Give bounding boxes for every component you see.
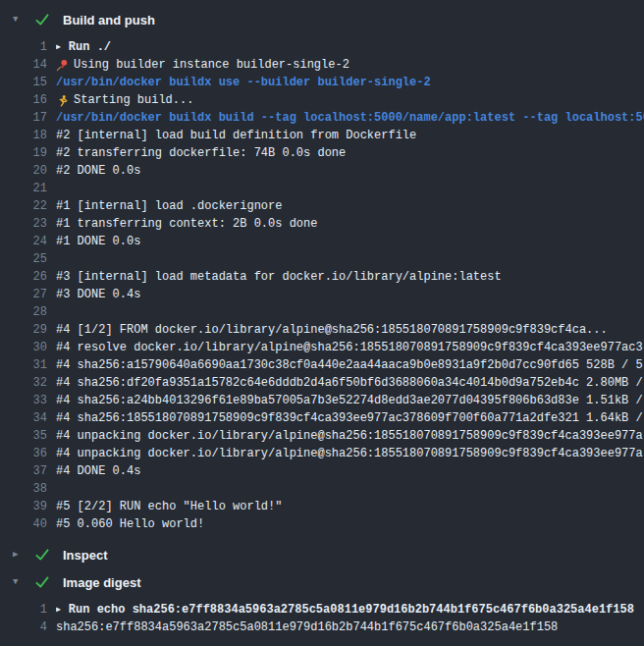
log-line: 34#4 sha256:185518070891758909c9f839cf4c… xyxy=(0,409,644,427)
section-log-lines: 1▶Run echo sha256:e7ff8834a5963a2785c5a0… xyxy=(0,601,644,636)
log-line: 4sha256:e7ff8834a5963a2785c5a0811e979d16… xyxy=(0,619,644,636)
check-icon xyxy=(35,549,51,561)
line-number[interactable]: 40 xyxy=(0,517,47,531)
log-line: 1▶Run echo sha256:e7ff8834a5963a2785c5a0… xyxy=(0,601,644,619)
line-content: #1 DONE 0.0s xyxy=(56,235,140,248)
log-line: 29#4 [1/2] FROM docker.io/library/alpine… xyxy=(0,321,644,339)
line-text: /usr/bin/docker buildx build --tag local… xyxy=(56,111,644,125)
log-line: 32#4 sha256:df20fa9351a15782c64e6dddb2d4… xyxy=(0,374,644,392)
line-content: Run echo sha256:e7ff8834a5963a2785c5a081… xyxy=(69,603,634,617)
line-number[interactable]: 34 xyxy=(0,411,47,425)
line-content: #3 [internal] load metadata for docker.i… xyxy=(56,270,502,284)
line-number[interactable]: 32 xyxy=(0,376,47,390)
line-number[interactable]: 20 xyxy=(0,164,47,178)
line-text: #1 [internal] load .dockerignore xyxy=(56,199,644,213)
section-image-digest: ▼Image digest1▶Run echo sha256:e7ff8834a… xyxy=(0,568,644,636)
line-number[interactable]: 4 xyxy=(0,620,47,634)
log-line: 19#2 transferring dockerfile: 74B 0.0s d… xyxy=(0,144,644,162)
log-line: 22#1 [internal] load .dockerignore xyxy=(0,197,644,215)
line-content: #4 unpacking docker.io/library/alpine@sh… xyxy=(56,447,643,460)
log-viewer: ▼Build and push1▶Run ./14Using builder i… xyxy=(0,0,644,636)
check-icon xyxy=(35,576,51,588)
line-content: sha256:e7ff8834a5963a2785c5a0811e979d16b… xyxy=(56,620,558,634)
line-content: #2 DONE 0.0s xyxy=(56,164,140,178)
line-number[interactable]: 25 xyxy=(0,252,47,266)
line-number[interactable]: 36 xyxy=(0,447,47,460)
line-text: Using builder instance builder-single-2 xyxy=(56,58,644,72)
play-icon[interactable]: ▶ xyxy=(56,43,61,51)
line-number[interactable]: 1 xyxy=(0,603,47,617)
chevron-down-icon[interactable]: ▼ xyxy=(13,16,27,25)
line-text: ▶Run echo sha256:e7ff8834a5963a2785c5a08… xyxy=(56,603,644,617)
line-number[interactable]: 21 xyxy=(0,182,47,195)
play-icon[interactable]: ▶ xyxy=(56,606,61,614)
line-content: /usr/bin/docker buildx use --builder bui… xyxy=(56,76,431,89)
line-number[interactable]: 31 xyxy=(0,358,47,372)
section-title: Inspect xyxy=(63,548,108,563)
line-number[interactable]: 30 xyxy=(0,341,47,354)
chevron-down-icon[interactable]: ▼ xyxy=(13,578,27,587)
line-number[interactable]: 27 xyxy=(0,288,47,301)
line-content: #4 sha256:185518070891758909c9f839cf4ca3… xyxy=(56,411,643,425)
log-line: 38 xyxy=(0,480,644,498)
line-number[interactable]: 1 xyxy=(0,40,47,54)
log-line: 26#3 [internal] load metadata for docker… xyxy=(0,268,644,286)
section-log-lines: 1▶Run ./14Using builder instance builder… xyxy=(0,38,644,533)
line-number[interactable]: 35 xyxy=(0,429,47,443)
line-number[interactable]: 23 xyxy=(0,217,47,231)
line-text: #4 sha256:df20fa9351a15782c64e6dddb2d4a6… xyxy=(56,376,644,390)
log-line: 17/usr/bin/docker buildx build --tag loc… xyxy=(0,109,644,127)
log-line: 18#2 [internal] load build definition fr… xyxy=(0,127,644,144)
line-number[interactable]: 39 xyxy=(0,500,47,513)
line-number[interactable]: 19 xyxy=(0,146,47,160)
line-text: /usr/bin/docker buildx use --builder bui… xyxy=(56,76,644,89)
line-number[interactable]: 29 xyxy=(0,323,47,337)
line-number[interactable]: 33 xyxy=(0,394,47,407)
log-line: 21 xyxy=(0,180,644,197)
line-number[interactable]: 22 xyxy=(0,199,47,213)
log-line: 30#4 resolve docker.io/library/alpine@sh… xyxy=(0,339,644,356)
section-header-image-digest[interactable]: ▼Image digest xyxy=(0,568,644,596)
check-icon xyxy=(35,14,51,26)
line-text: #1 transferring context: 2B 0.0s done xyxy=(56,217,644,231)
line-content: #4 [1/2] FROM docker.io/library/alpine@s… xyxy=(56,323,608,337)
log-line: 16Starting build... xyxy=(0,91,644,109)
line-number[interactable]: 15 xyxy=(0,76,47,89)
line-text: #2 [internal] load build definition from… xyxy=(56,129,644,142)
section-header-inspect[interactable]: ▶Inspect xyxy=(0,541,644,568)
line-number[interactable]: 14 xyxy=(0,58,47,72)
line-number[interactable]: 18 xyxy=(0,129,47,142)
line-text: #4 unpacking docker.io/library/alpine@sh… xyxy=(56,447,644,460)
log-line: 37#4 DONE 0.4s xyxy=(0,462,644,480)
log-line: 23#1 transferring context: 2B 0.0s done xyxy=(0,215,644,233)
section-title: Build and push xyxy=(63,13,155,27)
line-number[interactable]: 26 xyxy=(0,270,47,284)
line-content: #5 [2/2] RUN echo "Hello world!" xyxy=(56,500,282,513)
log-line: 33#4 sha256:a24bb4013296f61e89ba57005a7b… xyxy=(0,392,644,409)
log-line: 35#4 unpacking docker.io/library/alpine@… xyxy=(0,427,644,445)
log-line: 40#5 0.060 Hello world! xyxy=(0,515,644,533)
log-line: 25 xyxy=(0,250,644,268)
line-content: Run ./ xyxy=(69,40,111,54)
line-number[interactable]: 37 xyxy=(0,464,47,478)
line-content: #5 0.060 Hello world! xyxy=(56,517,204,531)
line-number[interactable]: 28 xyxy=(0,305,47,319)
chevron-right-icon[interactable]: ▶ xyxy=(13,551,27,560)
line-number[interactable]: 16 xyxy=(0,93,47,107)
line-text: #4 [1/2] FROM docker.io/library/alpine@s… xyxy=(56,323,644,337)
section-header-build-and-push[interactable]: ▼Build and push xyxy=(0,6,644,33)
line-number[interactable]: 17 xyxy=(0,111,47,125)
line-text: #4 sha256:a24bb4013296f61e89ba57005a7b3e… xyxy=(56,394,644,407)
log-line: 14Using builder instance builder-single-… xyxy=(0,56,644,74)
line-content: #4 sha256:a24bb4013296f61e89ba57005a7b3e… xyxy=(56,394,643,407)
section-title: Image digest xyxy=(63,575,140,590)
line-text: #5 0.060 Hello world! xyxy=(56,517,644,531)
line-number[interactable]: 24 xyxy=(0,235,47,248)
line-content: #2 transferring dockerfile: 74B 0.0s don… xyxy=(56,146,346,160)
log-line: 27#3 DONE 0.4s xyxy=(0,286,644,303)
line-content: #2 [internal] load build definition from… xyxy=(56,129,416,142)
line-number[interactable]: 38 xyxy=(0,482,47,496)
line-content: Starting build... xyxy=(74,93,193,107)
line-text: sha256:e7ff8834a5963a2785c5a0811e979d16b… xyxy=(56,620,644,634)
log-line: 20#2 DONE 0.0s xyxy=(0,162,644,180)
